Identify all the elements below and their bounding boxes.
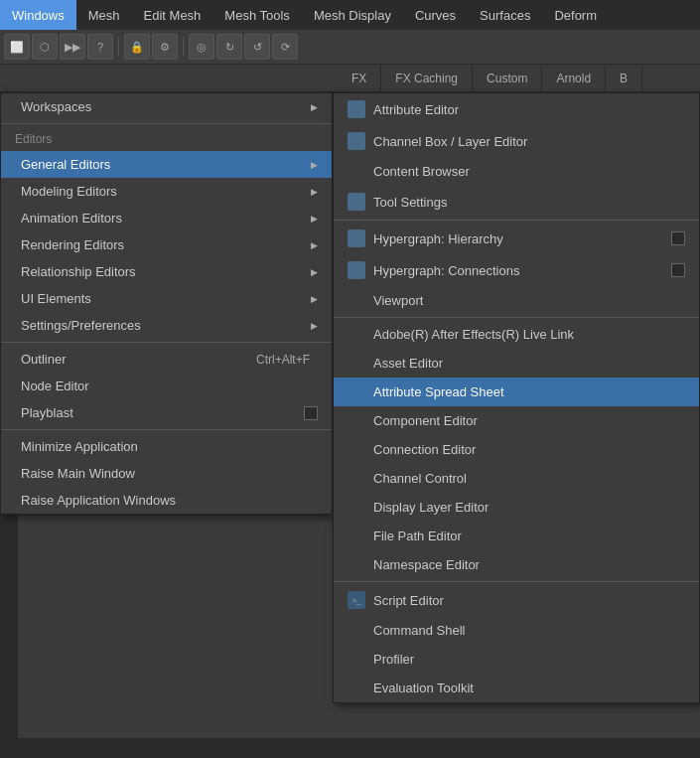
- tab-custom[interactable]: Custom: [473, 65, 542, 91]
- divider-2: [1, 342, 332, 343]
- toolbar-btn-8[interactable]: ↻: [216, 34, 242, 60]
- hypergraph-connections-checkbox[interactable]: [671, 263, 685, 277]
- toolbar-btn-3[interactable]: ▶▶: [60, 34, 85, 60]
- main-area: Workspaces Editors General Editors Model…: [0, 92, 700, 758]
- submenu-profiler[interactable]: Profiler: [334, 645, 699, 674]
- menu-outliner[interactable]: Outliner Ctrl+Alt+F: [1, 346, 332, 373]
- menu-general-editors[interactable]: General Editors: [1, 151, 332, 178]
- submenu-component-editor[interactable]: Component Editor: [334, 406, 699, 435]
- submenu-channel-box[interactable]: Channel Box / Layer Editor: [334, 125, 699, 157]
- submenu-connection-editor[interactable]: Connection Editor: [334, 435, 699, 464]
- menu-animation-editors[interactable]: Animation Editors: [1, 205, 332, 231]
- menu-raise-main-window[interactable]: Raise Main Window: [1, 460, 332, 487]
- submenu-file-path-editor[interactable]: File Path Editor: [334, 522, 699, 550]
- menu-mesh-tools[interactable]: Mesh Tools: [212, 0, 302, 30]
- menu-minimize-application[interactable]: Minimize Application: [1, 433, 332, 460]
- general-editors-submenu: Attribute Editor Channel Box / Layer Edi…: [333, 92, 700, 703]
- menu-curves[interactable]: Curves: [403, 0, 468, 30]
- menu-modeling-editors[interactable]: Modeling Editors: [1, 178, 332, 205]
- submenu-script-editor[interactable]: >_ Script Editor: [334, 584, 699, 616]
- menu-raise-application-windows[interactable]: Raise Application Windows: [1, 487, 332, 514]
- tab-b[interactable]: B: [606, 65, 642, 91]
- menu-mesh[interactable]: Mesh: [76, 0, 132, 30]
- menu-relationship-editors[interactable]: Relationship Editors: [1, 258, 332, 285]
- submenu-display-layer-editor[interactable]: Display Layer Editor: [334, 493, 699, 522]
- submenu-hypergraph-connections[interactable]: Hypergraph: Connections: [334, 254, 699, 286]
- submenu-attribute-editor[interactable]: Attribute Editor: [334, 93, 699, 125]
- submenu-after-effects[interactable]: Adobe(R) After Effects(R) Live Link: [334, 320, 699, 349]
- submenu-attribute-spread-sheet[interactable]: Attribute Spread Sheet: [334, 378, 699, 406]
- right-divider-2: [334, 317, 699, 318]
- menu-settings-preferences[interactable]: Settings/Preferences: [1, 312, 332, 339]
- windows-menu-dropdown: Workspaces Editors General Editors Model…: [0, 92, 333, 515]
- divider-3: [1, 429, 332, 430]
- submenu-command-shell[interactable]: Command Shell: [334, 616, 699, 645]
- tab-arnold[interactable]: Arnold: [542, 65, 606, 91]
- menu-windows[interactable]: Windows: [0, 0, 76, 30]
- menu-mesh-display[interactable]: Mesh Display: [302, 0, 403, 30]
- toolbar-btn-5[interactable]: 🔒: [124, 34, 150, 60]
- toolbar-btn-2[interactable]: ⬡: [32, 34, 58, 60]
- tabs-area: FX FX Caching Custom Arnold B: [0, 65, 700, 92]
- script-editor-icon: >_: [348, 591, 365, 609]
- menu-bar: Windows Mesh Edit Mesh Mesh Tools Mesh D…: [0, 0, 700, 30]
- toolbar: ⬜ ⬡ ▶▶ ? 🔒 ⚙ ◎ ↻ ↺ ⟳: [0, 30, 700, 65]
- right-divider-3: [334, 581, 699, 582]
- submenu-namespace-editor[interactable]: Namespace Editor: [334, 550, 699, 579]
- menu-node-editor[interactable]: Node Editor: [1, 373, 332, 399]
- channel-box-icon: [348, 132, 365, 150]
- hypergraph-connections-icon: [348, 261, 365, 279]
- menu-rendering-editors[interactable]: Rendering Editors: [1, 231, 332, 258]
- submenu-channel-control[interactable]: Channel Control: [334, 464, 699, 493]
- menu-ui-elements[interactable]: UI Elements: [1, 285, 332, 312]
- toolbar-separator-1: [118, 37, 119, 57]
- hypergraph-hierarchy-icon: [348, 229, 365, 247]
- menu-surfaces[interactable]: Surfaces: [468, 0, 542, 30]
- toolbar-btn-6[interactable]: ⚙: [152, 34, 178, 60]
- menu-playblast[interactable]: Playblast: [1, 399, 332, 426]
- tool-settings-icon: [348, 193, 365, 211]
- submenu-viewport[interactable]: Viewport: [334, 286, 699, 315]
- right-divider-1: [334, 220, 699, 221]
- submenu-asset-editor[interactable]: Asset Editor: [334, 349, 699, 378]
- menu-edit-mesh[interactable]: Edit Mesh: [132, 0, 213, 30]
- submenu-evaluation-toolkit[interactable]: Evaluation Toolkit: [334, 674, 699, 702]
- playblast-checkbox[interactable]: [304, 406, 318, 420]
- submenu-tool-settings[interactable]: Tool Settings: [334, 186, 699, 218]
- toolbar-btn-10[interactable]: ⟳: [272, 34, 298, 60]
- attribute-editor-icon: [348, 100, 365, 118]
- toolbar-separator-2: [183, 37, 184, 57]
- tab-fx[interactable]: FX: [338, 65, 381, 91]
- menu-deform[interactable]: Deform: [542, 0, 609, 30]
- menu-workspaces[interactable]: Workspaces: [1, 93, 332, 120]
- tab-fx-caching[interactable]: FX Caching: [381, 65, 473, 91]
- submenu-content-browser[interactable]: Content Browser: [334, 157, 699, 186]
- toolbar-btn-9[interactable]: ↺: [244, 34, 270, 60]
- toolbar-btn-7[interactable]: ◎: [189, 34, 214, 60]
- toolbar-btn-4[interactable]: ?: [87, 34, 113, 60]
- toolbar-btn-1[interactable]: ⬜: [4, 34, 30, 60]
- editors-section-label: Editors: [1, 127, 332, 151]
- submenu-hypergraph-hierarchy[interactable]: Hypergraph: Hierarchy: [334, 223, 699, 254]
- divider-1: [1, 123, 332, 124]
- hypergraph-hierarchy-checkbox[interactable]: [671, 231, 685, 245]
- bottom-status-bar: [0, 738, 700, 758]
